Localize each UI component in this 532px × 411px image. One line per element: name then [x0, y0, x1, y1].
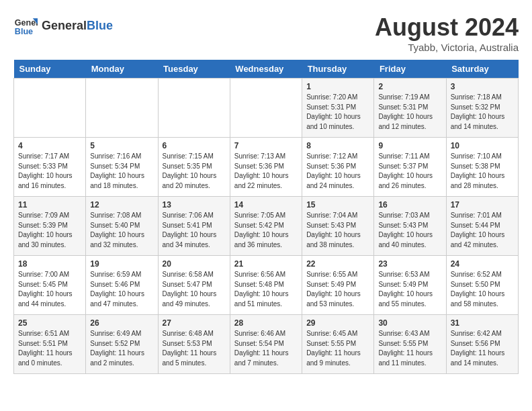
- day-info: Sunrise: 7:04 AM Sunset: 5:43 PM Dayligh…: [306, 211, 369, 250]
- day-number: 18: [18, 259, 81, 269]
- calendar-table: SundayMondayTuesdayWednesdayThursdayFrid…: [13, 60, 519, 374]
- day-info: Sunrise: 6:48 AM Sunset: 5:53 PM Dayligh…: [163, 329, 226, 368]
- calendar-cell: 16Sunrise: 7:03 AM Sunset: 5:43 PM Dayli…: [374, 197, 446, 256]
- column-header-saturday: Saturday: [446, 60, 518, 79]
- column-header-friday: Friday: [374, 60, 446, 79]
- calendar-cell: 30Sunrise: 6:43 AM Sunset: 5:55 PM Dayli…: [374, 315, 446, 374]
- calendar-cell: [86, 79, 158, 138]
- day-number: 31: [451, 318, 514, 328]
- day-number: 15: [306, 200, 369, 210]
- day-info: Sunrise: 7:00 AM Sunset: 5:45 PM Dayligh…: [18, 270, 81, 309]
- title-block: August 2024 Tyabb, Victoria, Australia: [375, 13, 519, 53]
- day-number: 30: [378, 318, 441, 328]
- day-info: Sunrise: 6:45 AM Sunset: 5:55 PM Dayligh…: [306, 329, 369, 368]
- calendar-cell: 29Sunrise: 6:45 AM Sunset: 5:55 PM Dayli…: [302, 315, 374, 374]
- location-subtitle: Tyabb, Victoria, Australia: [375, 42, 519, 53]
- calendar-cell: 1Sunrise: 7:20 AM Sunset: 5:31 PM Daylig…: [302, 79, 374, 138]
- column-header-tuesday: Tuesday: [158, 60, 230, 79]
- calendar-week-row: 11Sunrise: 7:09 AM Sunset: 5:39 PM Dayli…: [14, 197, 519, 256]
- calendar-cell: [158, 79, 230, 138]
- day-number: 7: [234, 141, 298, 150]
- day-info: Sunrise: 6:58 AM Sunset: 5:47 PM Dayligh…: [163, 270, 226, 309]
- day-info: Sunrise: 7:19 AM Sunset: 5:31 PM Dayligh…: [378, 93, 441, 132]
- day-number: 1: [306, 82, 369, 91]
- day-number: 28: [234, 318, 298, 328]
- calendar-cell: 31Sunrise: 6:42 AM Sunset: 5:56 PM Dayli…: [446, 315, 518, 374]
- calendar-cell: 8Sunrise: 7:12 AM Sunset: 5:36 PM Daylig…: [302, 138, 374, 197]
- day-info: Sunrise: 7:17 AM Sunset: 5:33 PM Dayligh…: [18, 152, 81, 191]
- day-info: Sunrise: 7:09 AM Sunset: 5:39 PM Dayligh…: [18, 211, 81, 250]
- day-number: 26: [90, 318, 153, 328]
- calendar-cell: [14, 79, 86, 138]
- calendar-cell: 9Sunrise: 7:11 AM Sunset: 5:37 PM Daylig…: [374, 138, 446, 197]
- month-year-title: August 2024: [375, 13, 519, 42]
- day-info: Sunrise: 6:43 AM Sunset: 5:55 PM Dayligh…: [378, 329, 441, 368]
- calendar-cell: 7Sunrise: 7:13 AM Sunset: 5:36 PM Daylig…: [230, 138, 302, 197]
- calendar-cell: 6Sunrise: 7:15 AM Sunset: 5:35 PM Daylig…: [158, 138, 230, 197]
- logo-general-text: General: [42, 19, 87, 33]
- day-info: Sunrise: 6:53 AM Sunset: 5:49 PM Dayligh…: [378, 270, 441, 309]
- day-info: Sunrise: 7:15 AM Sunset: 5:35 PM Dayligh…: [163, 152, 226, 191]
- day-info: Sunrise: 7:08 AM Sunset: 5:40 PM Dayligh…: [90, 211, 153, 250]
- column-header-sunday: Sunday: [14, 60, 86, 79]
- calendar-cell: 15Sunrise: 7:04 AM Sunset: 5:43 PM Dayli…: [302, 197, 374, 256]
- day-number: 23: [378, 259, 441, 269]
- logo: General Blue GeneralBlue: [13, 13, 113, 38]
- day-number: 29: [306, 318, 369, 328]
- calendar-cell: 11Sunrise: 7:09 AM Sunset: 5:39 PM Dayli…: [14, 197, 86, 256]
- calendar-cell: 20Sunrise: 6:58 AM Sunset: 5:47 PM Dayli…: [158, 256, 230, 315]
- day-info: Sunrise: 6:55 AM Sunset: 5:49 PM Dayligh…: [306, 270, 369, 309]
- calendar-cell: 2Sunrise: 7:19 AM Sunset: 5:31 PM Daylig…: [374, 79, 446, 138]
- day-number: 9: [378, 141, 441, 150]
- calendar-cell: 21Sunrise: 6:56 AM Sunset: 5:48 PM Dayli…: [230, 256, 302, 315]
- logo-icon: General Blue: [13, 13, 38, 38]
- day-info: Sunrise: 6:46 AM Sunset: 5:54 PM Dayligh…: [234, 329, 298, 368]
- column-header-thursday: Thursday: [302, 60, 374, 79]
- day-number: 14: [234, 200, 298, 210]
- calendar-week-row: 1Sunrise: 7:20 AM Sunset: 5:31 PM Daylig…: [14, 79, 519, 138]
- day-number: 22: [306, 259, 369, 269]
- calendar-cell: 4Sunrise: 7:17 AM Sunset: 5:33 PM Daylig…: [14, 138, 86, 197]
- day-info: Sunrise: 6:51 AM Sunset: 5:51 PM Dayligh…: [18, 329, 81, 368]
- day-number: 8: [306, 141, 369, 150]
- calendar-header-row: SundayMondayTuesdayWednesdayThursdayFrid…: [14, 60, 519, 79]
- calendar-cell: [230, 79, 302, 138]
- day-info: Sunrise: 7:10 AM Sunset: 5:38 PM Dayligh…: [451, 152, 514, 191]
- calendar-cell: 19Sunrise: 6:59 AM Sunset: 5:46 PM Dayli…: [86, 256, 158, 315]
- day-number: 10: [451, 141, 514, 150]
- day-info: Sunrise: 6:59 AM Sunset: 5:46 PM Dayligh…: [90, 270, 153, 309]
- calendar-cell: 3Sunrise: 7:18 AM Sunset: 5:32 PM Daylig…: [446, 79, 518, 138]
- day-info: Sunrise: 7:01 AM Sunset: 5:44 PM Dayligh…: [451, 211, 514, 250]
- calendar-cell: 22Sunrise: 6:55 AM Sunset: 5:49 PM Dayli…: [302, 256, 374, 315]
- calendar-cell: 25Sunrise: 6:51 AM Sunset: 5:51 PM Dayli…: [14, 315, 86, 374]
- day-info: Sunrise: 7:05 AM Sunset: 5:42 PM Dayligh…: [234, 211, 298, 250]
- day-number: 11: [18, 200, 81, 210]
- day-info: Sunrise: 7:12 AM Sunset: 5:36 PM Dayligh…: [306, 152, 369, 191]
- calendar-cell: 24Sunrise: 6:52 AM Sunset: 5:50 PM Dayli…: [446, 256, 518, 315]
- calendar-cell: 28Sunrise: 6:46 AM Sunset: 5:54 PM Dayli…: [230, 315, 302, 374]
- calendar-cell: 13Sunrise: 7:06 AM Sunset: 5:41 PM Dayli…: [158, 197, 230, 256]
- day-number: 6: [163, 141, 226, 150]
- page-header: General Blue GeneralBlue August 2024 Tya…: [13, 13, 519, 53]
- calendar-cell: 18Sunrise: 7:00 AM Sunset: 5:45 PM Dayli…: [14, 256, 86, 315]
- calendar-cell: 17Sunrise: 7:01 AM Sunset: 5:44 PM Dayli…: [446, 197, 518, 256]
- calendar-cell: 5Sunrise: 7:16 AM Sunset: 5:34 PM Daylig…: [86, 138, 158, 197]
- day-info: Sunrise: 7:13 AM Sunset: 5:36 PM Dayligh…: [234, 152, 298, 191]
- calendar-cell: 27Sunrise: 6:48 AM Sunset: 5:53 PM Dayli…: [158, 315, 230, 374]
- day-info: Sunrise: 7:11 AM Sunset: 5:37 PM Dayligh…: [378, 152, 441, 191]
- day-number: 17: [451, 200, 514, 210]
- day-info: Sunrise: 7:03 AM Sunset: 5:43 PM Dayligh…: [378, 211, 441, 250]
- day-number: 5: [90, 141, 153, 150]
- day-number: 20: [163, 259, 226, 269]
- svg-text:Blue: Blue: [15, 27, 33, 36]
- day-number: 21: [234, 259, 298, 269]
- day-info: Sunrise: 6:56 AM Sunset: 5:48 PM Dayligh…: [234, 270, 298, 309]
- day-number: 12: [90, 200, 153, 210]
- day-number: 19: [90, 259, 153, 269]
- calendar-week-row: 25Sunrise: 6:51 AM Sunset: 5:51 PM Dayli…: [14, 315, 519, 374]
- calendar-cell: 26Sunrise: 6:49 AM Sunset: 5:52 PM Dayli…: [86, 315, 158, 374]
- day-info: Sunrise: 7:06 AM Sunset: 5:41 PM Dayligh…: [163, 211, 226, 250]
- logo-blue-text: Blue: [87, 19, 113, 33]
- column-header-wednesday: Wednesday: [230, 60, 302, 79]
- day-info: Sunrise: 7:18 AM Sunset: 5:32 PM Dayligh…: [451, 93, 514, 132]
